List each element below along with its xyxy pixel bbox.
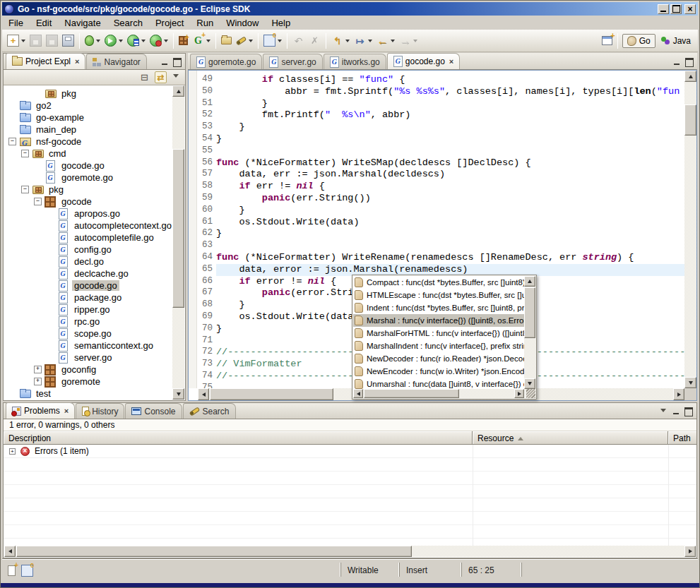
tree-item-goremote-go[interactable]: goremote.go	[4, 172, 172, 184]
dropdown-arrow-icon[interactable]	[391, 40, 395, 44]
tree-item-rpc-go[interactable]: rpc.go	[4, 316, 172, 328]
completion-item-unmarshal[interactable]: Unmarshal : func(data []uint8, v interfa…	[353, 378, 524, 389]
code-line-56[interactable]: func (*NiceFormatter) WriteSMap(decldesc…	[216, 157, 684, 169]
dropdown-arrow-icon[interactable]	[119, 40, 123, 44]
view-menu-icon[interactable]	[171, 73, 181, 82]
tree-item-apropos-go[interactable]: apropos.go	[4, 208, 172, 220]
tree-item-goconfig[interactable]: +goconfig	[4, 364, 172, 376]
view-tab-console[interactable]: Console	[125, 403, 182, 419]
code-line-57[interactable]: data, err := json.Marshal(decldescs)	[216, 169, 684, 181]
toggle-mark-button[interactable]	[262, 33, 283, 48]
link-with-editor-icon[interactable]	[155, 71, 167, 83]
new-wizard-button[interactable]	[6, 33, 27, 48]
code-line-61[interactable]: os.Stdout.Write(data)	[216, 217, 684, 229]
code-line-55[interactable]	[216, 145, 684, 157]
refresh-go-button[interactable]	[191, 33, 212, 48]
collapse-icon[interactable]: −	[21, 150, 29, 157]
minimize-editor-button[interactable]	[672, 58, 682, 66]
fast-view-icon[interactable]	[8, 565, 16, 576]
completion-item-indent[interactable]: Indent : func(dst *bytes.Buffer, src []u…	[353, 301, 524, 314]
run-history-button[interactable]	[126, 33, 147, 48]
scroll-up-button[interactable]	[524, 276, 535, 287]
close-button[interactable]	[684, 4, 696, 14]
scroll-thumb[interactable]	[524, 287, 535, 338]
tree-item-config-go[interactable]: config.go	[4, 244, 172, 256]
collapse-icon[interactable]: −	[34, 198, 42, 205]
maximize-button[interactable]	[670, 4, 682, 14]
popup-hscrollbar[interactable]	[353, 389, 524, 398]
scroll-left-button[interactable]	[4, 546, 16, 557]
code-line-62[interactable]: }	[216, 228, 684, 240]
scroll-up-button[interactable]	[172, 85, 184, 97]
tree-item-nsf-gocode[interactable]: −nsf-gocode	[4, 136, 172, 148]
last-edit-button[interactable]	[330, 33, 351, 48]
menu-run[interactable]: Run	[190, 16, 220, 30]
problems-row-errors[interactable]: + Errors (1 item)	[4, 445, 696, 458]
code-line-49[interactable]: if classes[i] == "func" {	[216, 74, 684, 86]
scroll-right-button[interactable]	[684, 546, 696, 557]
tree-item-autocompletecontext-go[interactable]: autocompletecontext.go	[4, 220, 172, 232]
completion-item-newencoder[interactable]: NewEncoder : func(w io.Writer) *json.Enc…	[353, 365, 524, 378]
menu-file[interactable]: File	[2, 16, 30, 30]
completion-item-marshalforhtml[interactable]: MarshalForHTML : func(v interface{}) ([]…	[353, 327, 524, 340]
tree-item-go-example[interactable]: go-example	[4, 112, 172, 124]
resize-grip[interactable]	[526, 389, 535, 398]
print-button[interactable]	[61, 33, 76, 48]
code-line-60[interactable]: }	[216, 205, 684, 217]
collapse-icon[interactable]: −	[8, 138, 16, 145]
dropdown-arrow-icon[interactable]	[345, 40, 350, 44]
column-header-resource[interactable]: Resource	[473, 431, 668, 445]
minimize-button[interactable]	[658, 4, 669, 14]
column-header-description[interactable]: Description	[4, 431, 473, 445]
tree-item-main-dep[interactable]: main_dep	[4, 124, 172, 136]
expand-icon[interactable]: +	[34, 378, 42, 385]
scroll-thumb[interactable]	[172, 149, 184, 308]
go-perspective-button[interactable]: Go	[622, 34, 655, 48]
search-button[interactable]	[235, 36, 254, 46]
code-line-52[interactable]: fmt.Printf(" %s\n", abbr)	[216, 109, 684, 121]
scroll-thumb[interactable]	[364, 389, 459, 398]
scroll-left-button[interactable]	[353, 389, 363, 398]
tree-item-cmd[interactable]: −cmd	[4, 148, 172, 160]
editor-vscrollbar[interactable]	[684, 71, 696, 388]
dropdown-arrow-icon[interactable]	[96, 40, 100, 44]
menu-search[interactable]: Search	[107, 16, 149, 30]
open-resource-button[interactable]	[220, 35, 233, 46]
mark-occurrences-icon[interactable]	[21, 565, 33, 577]
close-icon[interactable]: ×	[449, 58, 453, 66]
forward-button[interactable]	[398, 33, 419, 48]
code-line-51[interactable]: }	[216, 98, 684, 110]
dropdown-arrow-icon[interactable]	[206, 40, 210, 44]
menu-project[interactable]: Project	[149, 16, 190, 30]
back-button[interactable]	[375, 33, 396, 48]
popup-vscrollbar[interactable]	[524, 276, 535, 389]
tree-item-test[interactable]: test	[4, 388, 172, 400]
tree-item-decl-go[interactable]: decl.go	[4, 256, 172, 268]
scroll-left-button[interactable]	[198, 388, 209, 400]
tree-scrollbar[interactable]	[172, 85, 184, 400]
open-perspective-button[interactable]	[600, 35, 614, 47]
tree-item-gocode[interactable]: −gocode	[4, 196, 172, 208]
menu-navigate[interactable]: Navigate	[58, 16, 107, 30]
dropdown-arrow-icon[interactable]	[413, 40, 417, 44]
scroll-up-button[interactable]	[684, 71, 696, 82]
completion-item-htmlescape[interactable]: HTMLEscape : func(dst *bytes.Buffer, src…	[353, 289, 524, 301]
tree-item-gocode-go[interactable]: gocode.go	[4, 160, 172, 172]
code-line-59[interactable]: panic(err.String())	[216, 193, 684, 205]
scroll-thumb[interactable]	[210, 388, 333, 400]
collapse-all-icon[interactable]	[138, 71, 150, 83]
debug-button[interactable]	[83, 34, 102, 47]
explorer-tab-navigator[interactable]: Navigator	[86, 54, 146, 69]
tree-item-scope-go[interactable]: scope.go	[4, 328, 172, 340]
code-line-63[interactable]	[216, 240, 684, 252]
completion-item-marshal[interactable]: Marshal : func(v interface{}) ([]uint8, …	[353, 314, 524, 327]
editor-tab-goremote-go[interactable]: goremote.go	[190, 54, 262, 69]
save-all-button[interactable]	[45, 33, 59, 48]
dropdown-arrow-icon[interactable]	[21, 40, 25, 44]
tree-item-goremote[interactable]: +goremote	[4, 376, 172, 388]
menu-help[interactable]: Help	[265, 16, 297, 30]
explorer-tab-project-expl[interactable]: Project Expl×	[6, 53, 85, 69]
dropdown-arrow-icon[interactable]	[249, 40, 253, 44]
dropdown-arrow-icon[interactable]	[164, 40, 168, 44]
expand-icon[interactable]: +	[34, 366, 42, 373]
